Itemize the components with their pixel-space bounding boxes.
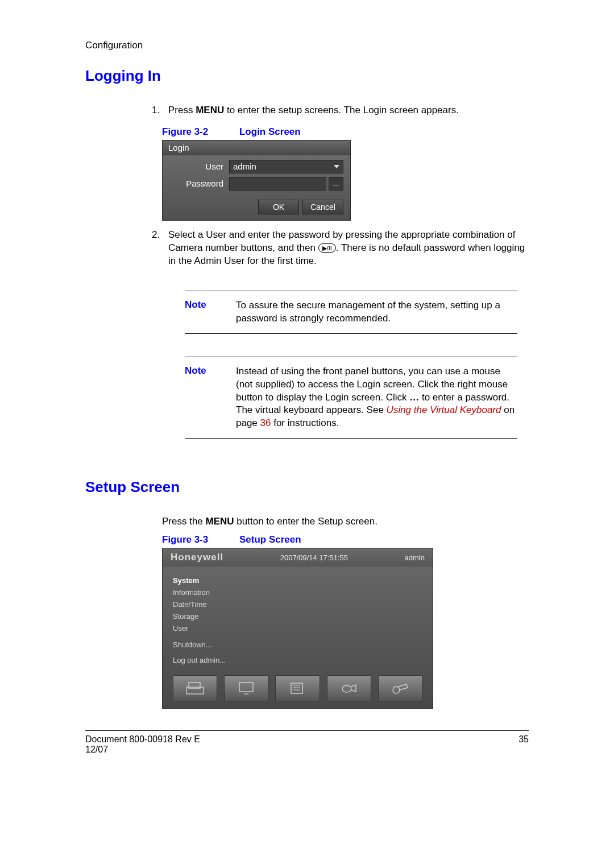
svg-rect-4 bbox=[291, 683, 302, 693]
svg-rect-2 bbox=[239, 683, 253, 692]
page-number: 35 bbox=[518, 734, 529, 755]
step-2: Select a User and enter the password by … bbox=[163, 229, 529, 268]
tab-record-icon[interactable] bbox=[275, 675, 320, 701]
setup-menu: System Information Date/Time Storage Use… bbox=[163, 567, 433, 675]
menu-logout[interactable]: Log out admin... bbox=[173, 654, 422, 666]
figure-3-2-caption: Figure 3-2 Login Screen bbox=[162, 126, 529, 138]
note2-text: Instead of using the front panel buttons… bbox=[236, 365, 517, 431]
document-date: 12/07 bbox=[85, 745, 200, 755]
menu-information[interactable]: Information bbox=[173, 586, 422, 598]
menu-datetime[interactable]: Date/Time bbox=[173, 598, 422, 610]
step1-text-a: Press bbox=[168, 105, 196, 115]
login-dialog-title: Login bbox=[163, 140, 350, 155]
note2-dots: … bbox=[409, 392, 419, 403]
note-1: Note To assure the secure management of … bbox=[185, 291, 517, 334]
svg-point-6 bbox=[393, 687, 400, 693]
tab-camera-icon[interactable] bbox=[378, 675, 422, 701]
chevron-down-icon bbox=[334, 165, 339, 168]
timestamp: 2007/09/14 17:51:55 bbox=[280, 553, 348, 562]
login-screenshot: Login User admin Password ... OK Cancel bbox=[162, 140, 351, 221]
page-footer: Document 800-00918 Rev E 12/07 35 bbox=[85, 730, 529, 755]
heading-logging-in: Logging In bbox=[85, 67, 529, 85]
password-field[interactable] bbox=[229, 177, 326, 191]
menu-keyword: MENU bbox=[206, 516, 234, 527]
tab-network-icon[interactable] bbox=[327, 675, 371, 701]
setup-screenshot: Honeywell 2007/09/14 17:51:55 admin Syst… bbox=[162, 548, 433, 709]
intro-b: button to enter the Setup screen. bbox=[234, 516, 377, 527]
heading-setup-screen: Setup Screen bbox=[85, 478, 529, 496]
tab-display-icon[interactable] bbox=[224, 675, 268, 701]
page-ref[interactable]: 36 bbox=[260, 418, 271, 428]
current-user: admin bbox=[405, 553, 425, 562]
tab-system-icon[interactable] bbox=[173, 675, 217, 701]
figure-label: Figure 3-3 bbox=[162, 534, 208, 545]
figure-label: Figure 3-2 bbox=[162, 126, 208, 137]
note-2: Note Instead of using the front panel bu… bbox=[185, 357, 517, 439]
svg-point-5 bbox=[342, 685, 351, 692]
note-label: Note bbox=[185, 365, 236, 431]
menu-keyword: MENU bbox=[196, 105, 224, 115]
play-pause-icon: ▶/II bbox=[318, 243, 336, 253]
virtual-keyboard-button[interactable]: ... bbox=[329, 177, 343, 191]
step-1: Press MENU to enter the setup screens. T… bbox=[163, 104, 529, 117]
ok-button[interactable]: OK bbox=[258, 200, 299, 214]
note2-d: for instructions. bbox=[271, 418, 339, 428]
section-label: Configuration bbox=[85, 40, 529, 51]
figure-title: Setup Screen bbox=[239, 534, 301, 545]
menu-user[interactable]: User bbox=[173, 622, 422, 634]
user-value: admin bbox=[233, 162, 256, 171]
intro-a: Press the bbox=[162, 516, 206, 527]
figure-title: Login Screen bbox=[239, 126, 301, 137]
document-id: Document 800-00918 Rev E bbox=[85, 734, 200, 745]
figure-3-3-caption: Figure 3-3 Setup Screen bbox=[162, 534, 529, 545]
cancel-button[interactable]: Cancel bbox=[302, 200, 343, 214]
note1-text: To assure the secure management of the s… bbox=[236, 299, 517, 325]
password-label: Password bbox=[169, 179, 229, 188]
user-label: User bbox=[169, 162, 229, 171]
menu-storage[interactable]: Storage bbox=[173, 610, 422, 622]
setup-intro: Press the MENU button to enter the Setup… bbox=[162, 515, 529, 528]
step1-text-b: to enter the setup screens. The Login sc… bbox=[224, 105, 459, 115]
menu-shutdown[interactable]: Shutdown... bbox=[173, 639, 422, 651]
brand-logo: Honeywell bbox=[171, 552, 223, 563]
note-label: Note bbox=[185, 299, 236, 325]
user-dropdown[interactable]: admin bbox=[229, 160, 343, 173]
virtual-keyboard-link[interactable]: Using the Virtual Keyboard bbox=[387, 404, 501, 415]
menu-system[interactable]: System bbox=[173, 574, 422, 586]
